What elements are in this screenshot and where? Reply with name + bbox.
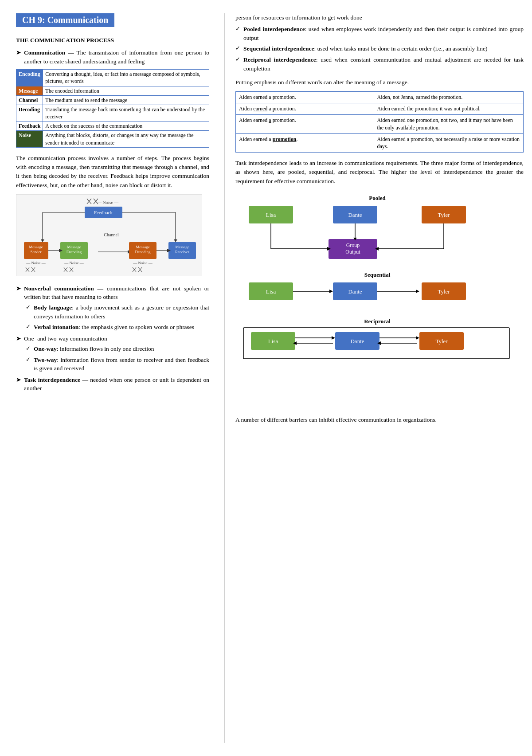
table-label: Message <box>16 86 43 95</box>
check-icon: ✓ <box>26 323 31 330</box>
svg-text:Feedback: Feedback <box>94 210 113 215</box>
svg-text:Decoding: Decoding <box>135 250 151 254</box>
table-row: Aiden earned a promotion. Aiden earned t… <box>236 103 524 115</box>
right-column: person for resources or information to g… <box>229 13 524 743</box>
two-way-text: Two-way: information flows from sender t… <box>34 356 209 373</box>
svg-text:Tyler: Tyler <box>435 338 448 345</box>
interdep-diagrams: Pooled Lisa Dante Tyler Group Output <box>235 190 524 409</box>
table-def: A check on the success of the communicat… <box>43 121 209 131</box>
page: CH 9: Communication THE COMMUNICATION PR… <box>0 0 532 756</box>
svg-marker-70 <box>329 290 333 293</box>
check-body-language: ✓ Body language: a body movement such as… <box>26 303 209 321</box>
svg-marker-82 <box>332 336 335 340</box>
interdep-svg: Pooled Lisa Dante Tyler Group Output <box>235 190 524 407</box>
svg-text:Encoding: Encoding <box>66 250 82 254</box>
svg-text:Lisa: Lisa <box>266 212 276 218</box>
check-reciprocal: ✓ Reciprocal interdependence: used when … <box>235 55 524 73</box>
svg-text:Reciprocal: Reciprocal <box>364 318 391 325</box>
table-cell: Aiden earned a promotion, not necessaril… <box>374 133 523 153</box>
svg-text:— Noise —: — Noise — <box>97 200 119 205</box>
bullet-communication: ➤ Communication — The transmission of in… <box>16 48 209 66</box>
verbal-intonation-text: Verbal intonation: the emphasis given to… <box>34 323 194 332</box>
svg-text:— Noise —: — Noise — <box>26 261 46 265</box>
svg-marker-74 <box>416 290 419 293</box>
svg-text:Tyler: Tyler <box>438 212 450 218</box>
svg-text:Channel: Channel <box>104 232 119 237</box>
bullet-nonverbal: ➤ Nonverbal communication — communicatio… <box>16 284 209 302</box>
table-cell: Aiden earned a promotion. <box>236 114 374 133</box>
body-language-text: Body language: a body movement such as a… <box>34 303 209 321</box>
bullet-task-interdependence: ➤ Task interdependence — needed when one… <box>16 376 209 393</box>
one-two-way-text: One- and two-way communication <box>24 334 107 343</box>
emphasis-table: Aiden earned a promotion. Aiden, not Jen… <box>235 91 524 153</box>
chapter-title: CH 9: Communication <box>16 13 114 27</box>
table-def: The medium used to send the message <box>43 95 209 105</box>
table-cell: Aiden earned one promotion, not two, and… <box>374 114 523 133</box>
svg-text:Tyler: Tyler <box>438 288 450 295</box>
table-def: Anything that blocks, distorts, or chang… <box>43 131 209 147</box>
svg-text:Group: Group <box>346 242 360 248</box>
task-interdependence-text: Task interdependence — needed when one p… <box>24 376 209 393</box>
body-text-3: A number of different barriers can inhib… <box>235 415 524 424</box>
check-icon: ✓ <box>235 25 240 32</box>
section-heading: THE COMMUNICATION PROCESS <box>16 37 209 44</box>
svg-text:Dante: Dante <box>348 212 362 218</box>
svg-text:Message: Message <box>29 245 43 249</box>
check-icon: ✓ <box>26 356 31 363</box>
arrow-icon: ➤ <box>16 335 21 342</box>
svg-text:— Noise —: — Noise — <box>133 261 153 265</box>
column-divider <box>224 13 225 743</box>
svg-text:Lisa: Lisa <box>268 338 278 345</box>
table-cell: Aiden earned a promotion. <box>236 133 374 153</box>
table-row: Noise Anything that blocks, distorts, or… <box>16 131 209 147</box>
table-label: Decoding <box>16 105 43 121</box>
check-pooled: ✓ Pooled interdependence: used when empl… <box>235 25 524 42</box>
emphasis-intro: Putting emphasis on different words can … <box>235 78 524 87</box>
one-way-text: One-way: information flows in only one d… <box>34 345 154 353</box>
communication-text: Communication — The transmission of info… <box>24 48 209 66</box>
arrow-icon: ➤ <box>16 285 21 292</box>
check-two-way: ✓ Two-way: information flows from sender… <box>26 356 209 373</box>
communication-table: Encoding Converting a thought, idea, or … <box>16 69 209 148</box>
table-def: Translating the message back into someth… <box>43 105 209 121</box>
table-row: Message The encoded information <box>16 86 209 95</box>
arrow-icon: ➤ <box>16 376 21 384</box>
table-def: The encoded information <box>43 86 209 95</box>
left-column: CH 9: Communication THE COMMUNICATION PR… <box>16 13 220 743</box>
table-label: Noise <box>16 131 43 147</box>
check-sequential: ✓ Sequential interdependence: used when … <box>235 44 524 53</box>
check-icon: ✓ <box>235 56 240 63</box>
check-verbal-intonation: ✓ Verbal intonation: the emphasis given … <box>26 323 209 332</box>
svg-text:Message: Message <box>136 245 150 249</box>
sequential-text: Sequential interdependence: used when ta… <box>243 44 487 53</box>
svg-text:— Noise —: — Noise — <box>64 261 84 265</box>
table-cell: Aiden earned the promotion; it was not p… <box>374 103 523 115</box>
table-row: Encoding Converting a thought, idea, or … <box>16 70 209 86</box>
svg-text:Message: Message <box>67 245 81 249</box>
table-row: Feedback A check on the success of the c… <box>16 121 209 131</box>
svg-text:Message: Message <box>175 245 189 249</box>
continuation-text: person for resources or information to g… <box>235 13 524 22</box>
svg-text:Sequential: Sequential <box>364 271 391 278</box>
comm-diagram-svg: — Noise — Feedback Channel <box>16 194 202 276</box>
table-row: Aiden earned a promotion. Aiden earned a… <box>236 133 524 153</box>
table-label: Feedback <box>16 121 43 131</box>
nonverbal-text: Nonverbal communication — communications… <box>24 284 209 302</box>
comm-process-diagram: — Noise — Feedback Channel <box>16 194 209 278</box>
body-text-2: Task interdependence leads to an increas… <box>235 159 524 186</box>
pooled-text: Pooled interdependence: used when employ… <box>243 25 524 42</box>
reciprocal-text: Reciprocal interdependence: used when co… <box>243 55 524 73</box>
table-row: Aiden earned a promotion. Aiden, not Jen… <box>236 92 524 103</box>
svg-text:Receiver: Receiver <box>175 250 189 254</box>
table-row: Decoding Translating the message back in… <box>16 105 209 121</box>
check-icon: ✓ <box>235 45 240 52</box>
bullet-one-two-way: ➤ One- and two-way communication <box>16 334 209 343</box>
svg-text:Dante: Dante <box>348 288 362 295</box>
table-cell: Aiden, not Jenna, earned the promotion. <box>374 92 523 103</box>
svg-text:Sender: Sender <box>31 250 42 254</box>
table-row: Channel The medium used to send the mess… <box>16 95 209 105</box>
table-cell: Aiden earned a promotion. <box>236 103 374 115</box>
svg-text:Lisa: Lisa <box>266 288 276 295</box>
body-text-1: The communication process involves a num… <box>16 154 209 190</box>
check-one-way: ✓ One-way: information flows in only one… <box>26 345 209 353</box>
